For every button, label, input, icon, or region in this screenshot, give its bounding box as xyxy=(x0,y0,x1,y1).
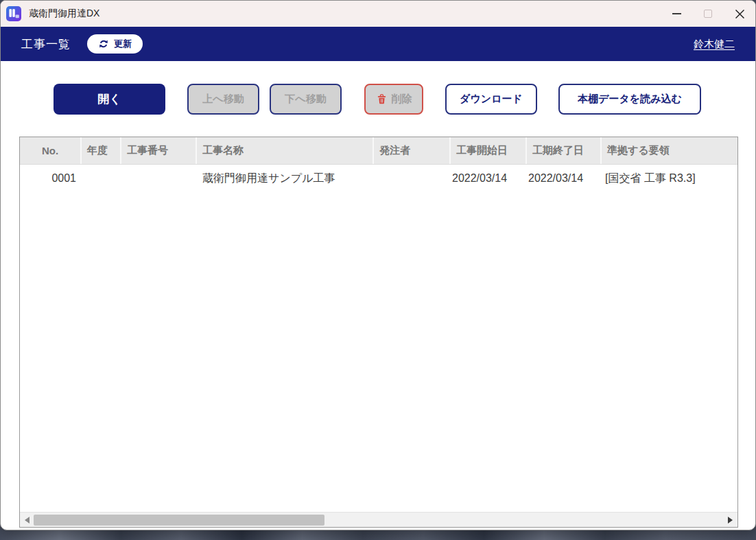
load-bookshelf-button[interactable]: 本棚データを読み込む xyxy=(558,84,701,115)
toolbar: 開く 上へ移動 下へ移動 削除 ダウンロード 本棚データを読み込む xyxy=(1,61,755,137)
delete-button[interactable]: 削除 xyxy=(364,84,423,115)
cell-end-date: 2022/03/14 xyxy=(527,172,602,185)
horizontal-scrollbar[interactable] xyxy=(20,512,737,527)
column-header-orderer: 発注者 xyxy=(374,137,451,164)
column-header-end-date: 工期終了日 xyxy=(527,137,602,164)
scroll-right-icon[interactable] xyxy=(728,517,733,524)
column-header-guideline: 準拠する要領 xyxy=(602,137,737,164)
construction-table: No. 年度 工事番号 工事名称 発注者 工事開始日 工期終了日 準拠する要領 … xyxy=(19,137,738,528)
table-header-row: No. 年度 工事番号 工事名称 発注者 工事開始日 工期終了日 準拠する要領 xyxy=(20,137,737,165)
nav-bar: 工事一覧 更新 鈴木健二 xyxy=(1,27,755,61)
column-header-number: 工事番号 xyxy=(121,137,197,164)
minimize-button[interactable] xyxy=(661,1,692,27)
column-header-start-date: 工事開始日 xyxy=(451,137,527,164)
window-title: 蔵衛門御用達DX xyxy=(29,8,99,20)
app-logo-icon xyxy=(6,6,21,21)
refresh-button[interactable]: 更新 xyxy=(87,34,143,54)
table-body: 0001 蔵衛門御用達サンプル工事 2022/03/14 2022/03/14 … xyxy=(20,165,737,512)
cell-guideline: [国交省 工事 R3.3] xyxy=(602,172,737,186)
refresh-label: 更新 xyxy=(114,38,132,50)
close-button[interactable] xyxy=(724,1,755,27)
column-header-name: 工事名称 xyxy=(197,137,374,164)
minimize-icon xyxy=(672,13,681,14)
window-controls xyxy=(661,1,755,27)
trash-icon xyxy=(376,93,388,105)
close-icon xyxy=(735,9,745,19)
move-up-button[interactable]: 上へ移動 xyxy=(187,84,259,115)
open-button[interactable]: 開く xyxy=(54,84,165,115)
cell-start-date: 2022/03/14 xyxy=(451,172,527,185)
table-row[interactable]: 0001 蔵衛門御用達サンプル工事 2022/03/14 2022/03/14 … xyxy=(20,165,737,192)
delete-label: 削除 xyxy=(392,93,412,106)
column-header-year: 年度 xyxy=(82,137,121,164)
titlebar[interactable]: 蔵衛門御用達DX xyxy=(1,1,755,27)
move-down-button[interactable]: 下へ移動 xyxy=(270,84,342,115)
refresh-icon xyxy=(98,38,109,49)
app-window: 蔵衛門御用達DX 工事一覧 更 xyxy=(0,0,756,530)
scroll-left-icon[interactable] xyxy=(25,517,29,524)
maximize-button[interactable] xyxy=(692,1,724,27)
page-title: 工事一覧 xyxy=(21,36,71,52)
download-button[interactable]: ダウンロード xyxy=(445,84,537,115)
column-header-no: No. xyxy=(20,137,82,164)
scrollbar-thumb[interactable] xyxy=(34,515,324,526)
cell-no: 0001 xyxy=(20,172,82,185)
user-account-link[interactable]: 鈴木健二 xyxy=(694,38,735,51)
maximize-icon xyxy=(704,10,712,18)
cell-name: 蔵衛門御用達サンプル工事 xyxy=(197,172,374,186)
